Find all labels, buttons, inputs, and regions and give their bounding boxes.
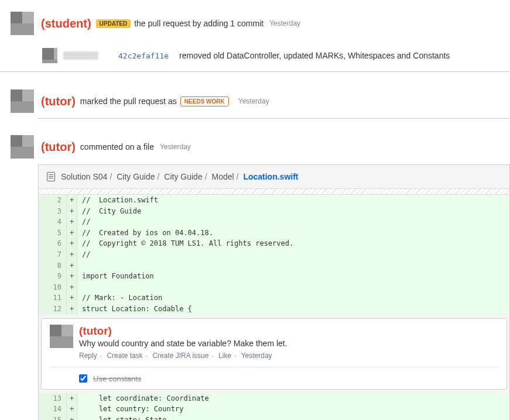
line-number: 6 [39,238,67,249]
line-number: 9 [39,271,67,282]
activity-when: Yesterday [269,19,300,27]
code-line[interactable]: 6+// Copyright © 2018 TUM LS1. All right… [39,238,509,249]
create-jira-link[interactable]: Create JIRA issue [152,352,208,360]
line-number: 11 [39,292,67,304]
code-line[interactable]: 15+ let state: State [39,415,509,420]
commit-message: removed old DataController, updated MARK… [179,51,450,60]
torn-edge [39,189,509,195]
diff-sign: + [67,228,77,239]
badge-updated: UPDATED [96,19,131,28]
activity-commented: (tutor) commented on a file Yesterday [0,129,510,164]
line-number: 5 [39,228,67,239]
line-number: 7 [39,249,67,260]
avatar[interactable] [11,135,34,159]
code-line[interactable]: 2+// Location.swift [39,195,509,206]
path-part[interactable]: City Guide [164,172,202,181]
line-number: 2 [39,195,67,206]
diff-sign: + [67,304,77,315]
avatar[interactable] [42,48,57,63]
code-line[interactable]: 11+// Mark: - Location [39,292,509,304]
task-text[interactable]: Use constants [93,374,141,383]
code-text: // [77,216,90,228]
role-tutor-label: (tutor) [79,325,112,337]
badge-needswork: NEEDS WORK [180,97,229,106]
code-line[interactable]: 8+ [39,260,509,271]
code-line[interactable]: 12+struct Location: Codable { [39,304,509,315]
code-text: struct Location: Codable { [77,304,192,315]
activity-text: the pull request by adding 1 commit [134,19,263,28]
line-number: 8 [39,260,67,271]
comment-when: Yesterday [241,352,272,360]
line-number: 3 [39,206,67,217]
code-text: let coordinate: Coordinate [77,393,209,404]
comment-actions: Reply· Create task· Create JIRA issue· L… [79,352,287,360]
line-number: 10 [39,282,67,293]
code-line[interactable]: 5+// Created by ios on 04.04.18. [39,228,509,239]
activity-needswork: (tutor) marked the pull request as NEEDS… [0,84,510,119]
task-checkbox[interactable] [79,374,87,383]
code-line[interactable]: 3+// City Guide [39,206,509,217]
code-line[interactable]: 7+// [39,249,509,260]
activity-text: commented on a file [80,142,154,152]
file-header: Solution S04/ City Guide/ City Guide/ Mo… [39,165,509,189]
code-block-bottom: 13+ let coordinate: Coordinate14+ let co… [39,393,509,420]
path-part[interactable]: Model [211,172,234,181]
diff-sign: + [67,282,77,293]
code-text: // City Guide [77,206,141,217]
file-name-link[interactable]: Location.swift [243,172,298,181]
code-text: // Location.swift [77,195,158,206]
line-number: 13 [39,393,67,404]
code-line[interactable]: 14+ let country: Country [39,404,509,415]
commit-row[interactable]: 42c2efaf11e removed old DataController, … [0,41,510,72]
diff-sign: + [67,216,77,228]
diff-sign: + [67,260,77,271]
role-tutor-label: (tutor) [41,140,76,154]
path-part[interactable]: Solution S04 [61,172,107,181]
diff-sign: + [67,249,77,260]
path-part[interactable]: City Guide [117,172,155,181]
diff-sign: + [67,393,77,404]
diff-sign: + [67,195,77,206]
code-text: // [77,249,90,260]
diff-sign: + [67,206,77,217]
diff-sign: + [67,238,77,249]
code-text [77,282,82,293]
role-student-label: (student) [41,17,91,30]
author-name-redacted [63,51,98,60]
code-block-top: 2+// Location.swift3+// City Guide4+//5+… [39,195,509,315]
activity-when: Yesterday [160,143,191,151]
code-line[interactable]: 13+ let coordinate: Coordinate [39,393,509,404]
activity-text: marked the pull request as [80,97,177,106]
code-text: import Foundation [77,271,154,282]
code-line[interactable]: 9+import Foundation [39,271,509,282]
code-line[interactable]: 4+// [39,216,509,228]
activity-when: Yesterday [238,97,269,105]
avatar[interactable] [50,325,73,348]
task-row: Use constants [50,367,498,383]
inline-comment: (tutor) Why would country and state be v… [41,318,507,390]
diff-sign: + [67,415,77,420]
file-icon [47,172,55,181]
like-link[interactable]: Like [218,352,231,360]
create-task-link[interactable]: Create task [107,352,142,360]
line-number: 15 [39,415,67,420]
line-number: 14 [39,404,67,415]
avatar[interactable] [11,12,34,35]
diff-sign: + [67,292,77,304]
code-text: let country: Country [77,404,183,415]
code-text: // Mark: - Location [77,292,162,304]
comment-body: Why would country and state be variable?… [79,339,287,348]
code-text [77,260,82,271]
line-number: 12 [39,304,67,315]
code-text: let state: State [77,415,167,420]
role-tutor-label: (tutor) [41,95,76,108]
commit-hash[interactable]: 42c2efaf11e [118,51,169,60]
avatar[interactable] [11,89,34,113]
line-number: 4 [39,216,67,228]
diff-sign: + [67,404,77,415]
activity-updated: (student) UPDATED the pull request by ad… [0,6,510,41]
code-line[interactable]: 10+ [39,282,509,293]
code-text: // Copyright © 2018 TUM LS1. All rights … [77,238,293,249]
code-panel: Solution S04/ City Guide/ City Guide/ Mo… [38,164,510,420]
reply-link[interactable]: Reply [79,352,97,360]
